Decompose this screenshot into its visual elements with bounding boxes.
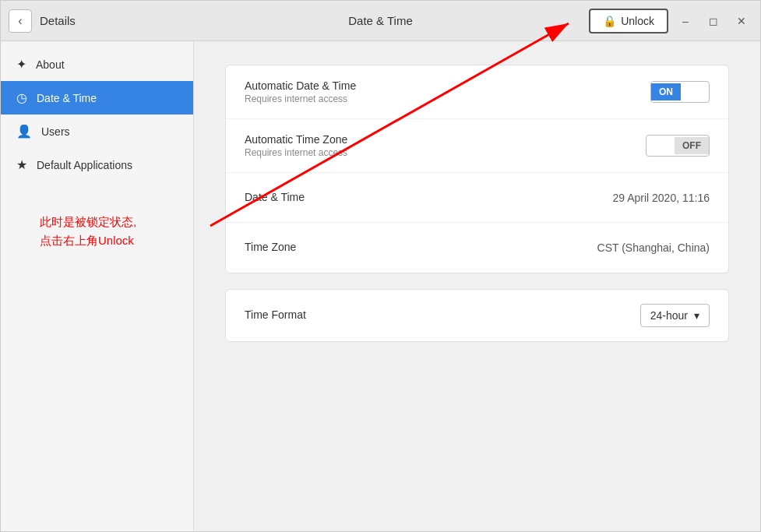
- time-format-dropdown[interactable]: 24-hour ▾: [640, 304, 710, 327]
- toggle-auto-date-time[interactable]: ON: [650, 81, 710, 103]
- center-title: Date & Time: [348, 14, 413, 27]
- app-window: ‹ Details Date & Time 🔒 Unlock – ◻ ✕ ✦ A…: [0, 0, 761, 532]
- time-zone-value-label: Time Zone: [245, 241, 597, 255]
- settings-card-1: Automatic Date & Time Requires internet …: [225, 65, 729, 273]
- sidebar-item-date-time-label: Date & Time: [37, 92, 97, 104]
- auto-date-time-subtitle: Requires internet access: [245, 93, 650, 104]
- toggle-off-side: [681, 89, 709, 95]
- annotation-line2: 点击右上角Unlock: [40, 231, 136, 250]
- toggle-left-side: [646, 143, 675, 149]
- close-button[interactable]: ✕: [731, 10, 752, 32]
- settings-card-2: Time Format 24-hour ▾: [225, 289, 729, 342]
- date-time-value: 29 April 2020, 11:16: [612, 192, 710, 204]
- time-format-title: Time Format: [245, 308, 640, 321]
- sidebar-item-users[interactable]: 👤 Users: [1, 115, 193, 148]
- back-button[interactable]: ‹: [9, 9, 32, 33]
- time-format-label: Time Format: [245, 308, 640, 322]
- sidebar-item-default-applications-label: Default Applications: [37, 159, 132, 171]
- row-date-time-value: Date & Time 29 April 2020, 11:16: [226, 173, 728, 223]
- toggle-auto-time-zone[interactable]: OFF: [646, 135, 710, 157]
- dropdown-arrow-icon: ▾: [694, 309, 699, 322]
- window-controls: 🔒 Unlock – ◻ ✕: [589, 9, 752, 33]
- users-icon: 👤: [16, 124, 32, 139]
- row-time-format: Time Format 24-hour ▾: [226, 290, 728, 341]
- sidebar-item-about[interactable]: ✦ About: [1, 48, 193, 81]
- auto-date-time-title: Automatic Date & Time: [245, 79, 650, 92]
- auto-time-zone-subtitle: Requires internet access: [245, 147, 646, 158]
- date-time-value-label: Date & Time: [245, 191, 612, 205]
- back-icon: ‹: [18, 14, 22, 28]
- toggle-on-label: ON: [651, 83, 681, 100]
- row-time-zone-value: Time Zone CST (Shanghai, China): [226, 223, 728, 273]
- left-title: Details: [40, 14, 589, 27]
- default-apps-icon: ★: [16, 157, 27, 172]
- sidebar-item-default-applications[interactable]: ★ Default Applications: [1, 148, 193, 181]
- titlebar: ‹ Details Date & Time 🔒 Unlock – ◻ ✕: [1, 1, 760, 41]
- toggle-off-label: OFF: [675, 137, 709, 154]
- time-zone-value: CST (Shanghai, China): [597, 241, 710, 254]
- main-layout: ✦ About ◷ Date & Time 👤 Users ★ Default …: [1, 41, 760, 531]
- sidebar: ✦ About ◷ Date & Time 👤 Users ★ Default …: [1, 41, 194, 531]
- row-automatic-date-time: Automatic Date & Time Requires internet …: [226, 65, 728, 119]
- sidebar-item-about-label: About: [36, 58, 65, 71]
- minimize-button[interactable]: –: [675, 10, 696, 32]
- content-area: Automatic Date & Time Requires internet …: [194, 41, 760, 531]
- datetime-icon: ◷: [16, 90, 27, 105]
- sidebar-item-users-label: Users: [41, 125, 70, 138]
- maximize-button[interactable]: ◻: [703, 10, 724, 32]
- sidebar-item-date-time[interactable]: ◷ Date & Time: [1, 81, 193, 115]
- annotation-line1: 此时是被锁定状态,: [40, 213, 136, 231]
- auto-time-zone-label: Automatic Time Zone Requires internet ac…: [245, 133, 646, 158]
- annotation-text: 此时是被锁定状态, 点击右上角Unlock: [40, 213, 136, 250]
- date-time-value-title: Date & Time: [245, 191, 612, 203]
- about-icon: ✦: [16, 57, 26, 72]
- row-automatic-time-zone: Automatic Time Zone Requires internet ac…: [226, 119, 728, 173]
- unlock-label: Unlock: [621, 15, 654, 27]
- auto-date-time-label: Automatic Date & Time Requires internet …: [245, 79, 650, 104]
- lock-icon: 🔒: [603, 15, 616, 27]
- unlock-button[interactable]: 🔒 Unlock: [589, 9, 668, 33]
- auto-time-zone-title: Automatic Time Zone: [245, 133, 646, 146]
- time-zone-value-title: Time Zone: [245, 241, 597, 253]
- time-format-value: 24-hour: [650, 309, 688, 322]
